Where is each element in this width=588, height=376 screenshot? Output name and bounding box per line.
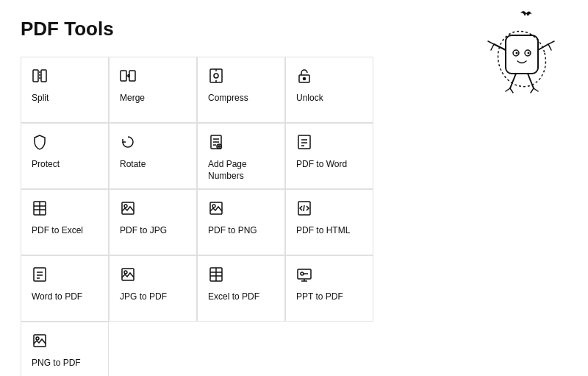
tool-split[interactable]: Split (21, 57, 109, 123)
svg-rect-19 (298, 135, 310, 149)
png-to-pdf-icon (32, 333, 48, 352)
page-title: PDF Tools (21, 18, 435, 40)
excel-to-pdf-label: Excel to PDF (208, 291, 259, 303)
svg-point-54 (528, 52, 530, 54)
svg-point-7 (214, 74, 218, 78)
svg-point-11 (304, 78, 306, 80)
tool-merge[interactable]: Merge (109, 57, 197, 123)
svg-rect-50 (506, 35, 538, 74)
svg-line-32 (304, 205, 304, 211)
add-page-numbers-label: Add Page Numbers (208, 159, 274, 182)
tool-unlock[interactable]: Unlock (285, 57, 373, 123)
merge-icon (120, 68, 136, 87)
tool-pdf-to-html[interactable]: PDF to HTML (285, 189, 373, 255)
tool-protect[interactable]: Protect (21, 123, 109, 189)
tool-compress[interactable]: Compress (197, 57, 285, 123)
svg-point-28 (124, 205, 127, 207)
merge-label: Merge (120, 93, 145, 104)
pdf-to-jpg-label: PDF to JPG (120, 225, 167, 237)
tool-excel-to-pdf[interactable]: Excel to PDF (197, 255, 285, 322)
pdf-to-png-label: PDF to PNG (208, 225, 257, 237)
tool-rotate[interactable]: Rotate (109, 123, 197, 189)
tool-ppt-to-pdf[interactable]: PPT to PDF (285, 255, 373, 322)
svg-point-30 (212, 205, 215, 207)
split-icon (32, 68, 48, 87)
pdf-to-word-icon (296, 134, 312, 153)
tool-png-to-pdf[interactable]: PNG to PDF (21, 322, 109, 376)
tools-grid: Split Merge Co (21, 57, 435, 376)
compress-label: Compress (208, 93, 248, 104)
tool-pdf-to-excel[interactable]: PDF to Excel (21, 189, 109, 255)
word-to-pdf-label: Word to PDF (32, 291, 82, 303)
jpg-to-pdf-label: JPG to PDF (120, 291, 167, 303)
ppt-to-pdf-label: PPT to PDF (296, 291, 343, 303)
split-label: Split (32, 93, 49, 104)
svg-rect-4 (129, 71, 135, 81)
pdf-to-html-label: PDF to HTML (296, 225, 350, 237)
protect-label: Protect (32, 159, 60, 171)
jpg-to-pdf-icon (120, 266, 136, 285)
svg-point-46 (301, 272, 304, 275)
excel-to-pdf-icon (208, 266, 224, 285)
main-content: PDF Tools Split Mer (0, 0, 456, 376)
tool-jpg-to-pdf[interactable]: JPG to PDF (109, 255, 197, 322)
pdf-to-word-label: PDF to Word (296, 159, 347, 171)
tool-pdf-to-png[interactable]: PDF to PNG (197, 189, 285, 255)
tool-add-page-numbers[interactable]: Add Page Numbers (197, 123, 285, 189)
svg-rect-1 (41, 70, 46, 82)
word-to-pdf-icon (32, 266, 48, 285)
protect-icon (32, 134, 48, 153)
pdf-to-png-icon (208, 200, 224, 219)
compress-icon (208, 68, 224, 87)
svg-rect-0 (33, 70, 38, 82)
rotate-label: Rotate (120, 159, 146, 171)
tool-word-to-pdf[interactable]: Word to PDF (21, 255, 109, 322)
unlock-icon (296, 68, 312, 87)
svg-line-57 (510, 74, 516, 88)
pdf-to-excel-label: PDF to Excel (32, 225, 83, 237)
pdf-to-jpg-icon (120, 200, 136, 219)
svg-line-56 (538, 44, 548, 50)
mascot-illustration (478, 7, 566, 103)
tool-pdf-to-jpg[interactable]: PDF to JPG (109, 189, 197, 255)
svg-point-52 (516, 52, 518, 54)
svg-rect-3 (121, 71, 126, 81)
pdf-to-excel-icon (32, 200, 48, 219)
add-page-numbers-icon (208, 134, 224, 153)
svg-point-38 (124, 271, 127, 274)
rotate-icon (120, 134, 136, 153)
tool-pdf-to-word[interactable]: PDF to Word (285, 123, 373, 189)
png-to-pdf-label: PNG to PDF (32, 358, 81, 369)
ppt-to-pdf-icon (296, 266, 312, 285)
svg-rect-33 (34, 268, 46, 281)
pdf-to-html-icon (296, 200, 312, 219)
svg-point-49 (36, 337, 39, 340)
unlock-label: Unlock (296, 93, 323, 104)
